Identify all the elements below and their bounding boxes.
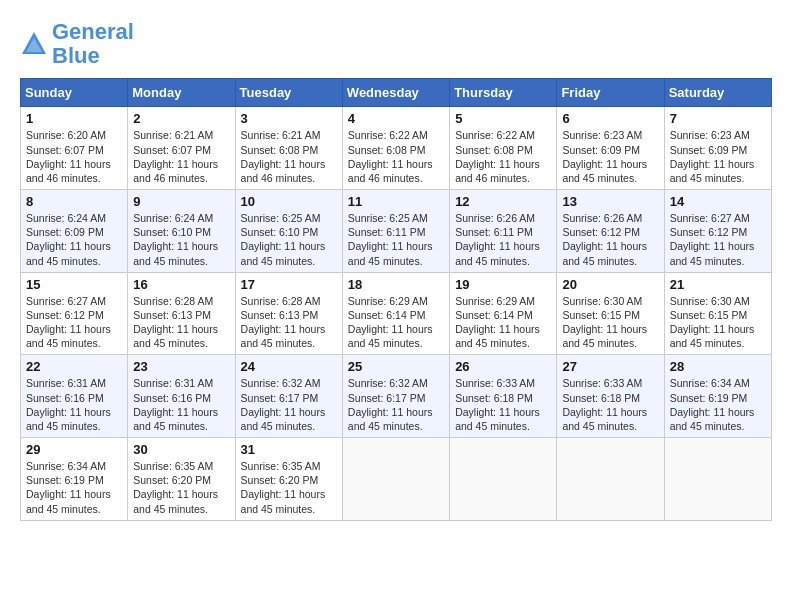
day-number: 5 — [455, 111, 551, 126]
day-number: 26 — [455, 359, 551, 374]
day-detail: Sunrise: 6:22 AM Sunset: 6:08 PM Dayligh… — [348, 128, 444, 185]
day-detail: Sunrise: 6:30 AM Sunset: 6:15 PM Dayligh… — [562, 294, 658, 351]
table-row: 21 Sunrise: 6:30 AM Sunset: 6:15 PM Dayl… — [664, 272, 771, 355]
day-number: 21 — [670, 277, 766, 292]
table-row: 20 Sunrise: 6:30 AM Sunset: 6:15 PM Dayl… — [557, 272, 664, 355]
calendar-week-row: 8 Sunrise: 6:24 AM Sunset: 6:09 PM Dayli… — [21, 190, 772, 273]
day-number: 15 — [26, 277, 122, 292]
day-number: 11 — [348, 194, 444, 209]
table-row: 1 Sunrise: 6:20 AM Sunset: 6:07 PM Dayli… — [21, 107, 128, 190]
table-row: 5 Sunrise: 6:22 AM Sunset: 6:08 PM Dayli… — [450, 107, 557, 190]
table-row: 3 Sunrise: 6:21 AM Sunset: 6:08 PM Dayli… — [235, 107, 342, 190]
day-detail: Sunrise: 6:34 AM Sunset: 6:19 PM Dayligh… — [26, 459, 122, 516]
day-detail: Sunrise: 6:21 AM Sunset: 6:08 PM Dayligh… — [241, 128, 337, 185]
day-detail: Sunrise: 6:25 AM Sunset: 6:11 PM Dayligh… — [348, 211, 444, 268]
table-row: 17 Sunrise: 6:28 AM Sunset: 6:13 PM Dayl… — [235, 272, 342, 355]
calendar-week-row: 15 Sunrise: 6:27 AM Sunset: 6:12 PM Dayl… — [21, 272, 772, 355]
table-row: 23 Sunrise: 6:31 AM Sunset: 6:16 PM Dayl… — [128, 355, 235, 438]
day-detail: Sunrise: 6:23 AM Sunset: 6:09 PM Dayligh… — [670, 128, 766, 185]
table-row — [450, 438, 557, 521]
table-row: 4 Sunrise: 6:22 AM Sunset: 6:08 PM Dayli… — [342, 107, 449, 190]
table-row: 7 Sunrise: 6:23 AM Sunset: 6:09 PM Dayli… — [664, 107, 771, 190]
day-detail: Sunrise: 6:29 AM Sunset: 6:14 PM Dayligh… — [455, 294, 551, 351]
day-detail: Sunrise: 6:28 AM Sunset: 6:13 PM Dayligh… — [133, 294, 229, 351]
day-number: 17 — [241, 277, 337, 292]
table-row: 30 Sunrise: 6:35 AM Sunset: 6:20 PM Dayl… — [128, 438, 235, 521]
day-number: 22 — [26, 359, 122, 374]
logo-general: General — [52, 19, 134, 44]
day-number: 18 — [348, 277, 444, 292]
table-row: 15 Sunrise: 6:27 AM Sunset: 6:12 PM Dayl… — [21, 272, 128, 355]
table-row: 13 Sunrise: 6:26 AM Sunset: 6:12 PM Dayl… — [557, 190, 664, 273]
header-tuesday: Tuesday — [235, 79, 342, 107]
day-detail: Sunrise: 6:28 AM Sunset: 6:13 PM Dayligh… — [241, 294, 337, 351]
table-row: 25 Sunrise: 6:32 AM Sunset: 6:17 PM Dayl… — [342, 355, 449, 438]
day-detail: Sunrise: 6:33 AM Sunset: 6:18 PM Dayligh… — [562, 376, 658, 433]
table-row — [342, 438, 449, 521]
day-detail: Sunrise: 6:31 AM Sunset: 6:16 PM Dayligh… — [26, 376, 122, 433]
table-row: 16 Sunrise: 6:28 AM Sunset: 6:13 PM Dayl… — [128, 272, 235, 355]
table-row: 24 Sunrise: 6:32 AM Sunset: 6:17 PM Dayl… — [235, 355, 342, 438]
table-row: 14 Sunrise: 6:27 AM Sunset: 6:12 PM Dayl… — [664, 190, 771, 273]
day-detail: Sunrise: 6:20 AM Sunset: 6:07 PM Dayligh… — [26, 128, 122, 185]
day-number: 25 — [348, 359, 444, 374]
table-row — [557, 438, 664, 521]
logo: General Blue — [20, 20, 134, 68]
day-number: 13 — [562, 194, 658, 209]
day-number: 6 — [562, 111, 658, 126]
day-detail: Sunrise: 6:32 AM Sunset: 6:17 PM Dayligh… — [348, 376, 444, 433]
day-detail: Sunrise: 6:24 AM Sunset: 6:10 PM Dayligh… — [133, 211, 229, 268]
table-row: 6 Sunrise: 6:23 AM Sunset: 6:09 PM Dayli… — [557, 107, 664, 190]
table-row: 31 Sunrise: 6:35 AM Sunset: 6:20 PM Dayl… — [235, 438, 342, 521]
table-row: 2 Sunrise: 6:21 AM Sunset: 6:07 PM Dayli… — [128, 107, 235, 190]
day-number: 8 — [26, 194, 122, 209]
table-row: 18 Sunrise: 6:29 AM Sunset: 6:14 PM Dayl… — [342, 272, 449, 355]
day-number: 12 — [455, 194, 551, 209]
day-number: 24 — [241, 359, 337, 374]
table-row: 27 Sunrise: 6:33 AM Sunset: 6:18 PM Dayl… — [557, 355, 664, 438]
day-detail: Sunrise: 6:21 AM Sunset: 6:07 PM Dayligh… — [133, 128, 229, 185]
day-detail: Sunrise: 6:29 AM Sunset: 6:14 PM Dayligh… — [348, 294, 444, 351]
day-detail: Sunrise: 6:24 AM Sunset: 6:09 PM Dayligh… — [26, 211, 122, 268]
day-detail: Sunrise: 6:35 AM Sunset: 6:20 PM Dayligh… — [241, 459, 337, 516]
logo-icon — [20, 30, 48, 58]
header-thursday: Thursday — [450, 79, 557, 107]
day-number: 20 — [562, 277, 658, 292]
day-detail: Sunrise: 6:31 AM Sunset: 6:16 PM Dayligh… — [133, 376, 229, 433]
logo-blue: Blue — [52, 43, 100, 68]
header-sunday: Sunday — [21, 79, 128, 107]
table-row: 19 Sunrise: 6:29 AM Sunset: 6:14 PM Dayl… — [450, 272, 557, 355]
day-detail: Sunrise: 6:27 AM Sunset: 6:12 PM Dayligh… — [26, 294, 122, 351]
table-row: 9 Sunrise: 6:24 AM Sunset: 6:10 PM Dayli… — [128, 190, 235, 273]
day-detail: Sunrise: 6:35 AM Sunset: 6:20 PM Dayligh… — [133, 459, 229, 516]
day-number: 31 — [241, 442, 337, 457]
table-row — [664, 438, 771, 521]
day-number: 2 — [133, 111, 229, 126]
day-detail: Sunrise: 6:26 AM Sunset: 6:11 PM Dayligh… — [455, 211, 551, 268]
day-detail: Sunrise: 6:32 AM Sunset: 6:17 PM Dayligh… — [241, 376, 337, 433]
day-number: 27 — [562, 359, 658, 374]
day-number: 19 — [455, 277, 551, 292]
calendar-table: Sunday Monday Tuesday Wednesday Thursday… — [20, 78, 772, 520]
calendar-week-row: 1 Sunrise: 6:20 AM Sunset: 6:07 PM Dayli… — [21, 107, 772, 190]
logo-text: General Blue — [52, 20, 134, 68]
table-row: 11 Sunrise: 6:25 AM Sunset: 6:11 PM Dayl… — [342, 190, 449, 273]
day-detail: Sunrise: 6:27 AM Sunset: 6:12 PM Dayligh… — [670, 211, 766, 268]
header-wednesday: Wednesday — [342, 79, 449, 107]
day-number: 7 — [670, 111, 766, 126]
day-number: 29 — [26, 442, 122, 457]
day-number: 10 — [241, 194, 337, 209]
table-row: 29 Sunrise: 6:34 AM Sunset: 6:19 PM Dayl… — [21, 438, 128, 521]
table-row: 22 Sunrise: 6:31 AM Sunset: 6:16 PM Dayl… — [21, 355, 128, 438]
day-number: 28 — [670, 359, 766, 374]
header-saturday: Saturday — [664, 79, 771, 107]
day-detail: Sunrise: 6:34 AM Sunset: 6:19 PM Dayligh… — [670, 376, 766, 433]
calendar-week-row: 22 Sunrise: 6:31 AM Sunset: 6:16 PM Dayl… — [21, 355, 772, 438]
table-row: 26 Sunrise: 6:33 AM Sunset: 6:18 PM Dayl… — [450, 355, 557, 438]
day-detail: Sunrise: 6:23 AM Sunset: 6:09 PM Dayligh… — [562, 128, 658, 185]
day-detail: Sunrise: 6:25 AM Sunset: 6:10 PM Dayligh… — [241, 211, 337, 268]
header-friday: Friday — [557, 79, 664, 107]
day-number: 4 — [348, 111, 444, 126]
day-number: 16 — [133, 277, 229, 292]
table-row: 8 Sunrise: 6:24 AM Sunset: 6:09 PM Dayli… — [21, 190, 128, 273]
